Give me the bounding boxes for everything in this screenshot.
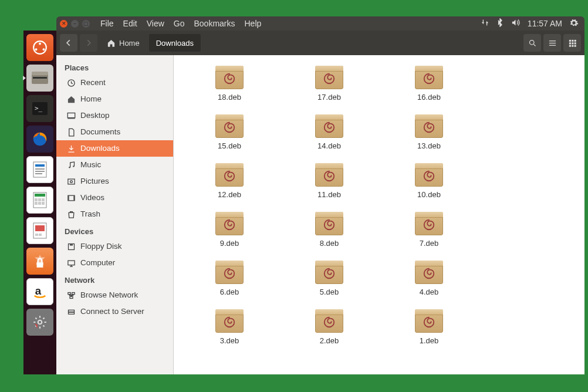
file-label: 18.deb xyxy=(218,93,241,102)
launcher-software[interactable] xyxy=(26,248,53,275)
file-item[interactable]: 3.deb xyxy=(185,309,273,345)
sidebar-header-devices: Devices xyxy=(56,222,173,238)
svg-rect-31 xyxy=(549,40,555,41)
bluetooth-icon[interactable] xyxy=(496,18,503,29)
launcher-files[interactable] xyxy=(26,65,53,92)
path-current[interactable]: Downloads xyxy=(149,34,201,52)
sidebar-item-desktop[interactable]: Desktop xyxy=(56,107,173,124)
svg-rect-32 xyxy=(549,42,555,43)
launcher-writer[interactable] xyxy=(26,156,53,183)
file-item[interactable]: 5.deb xyxy=(285,261,373,296)
menu-edit[interactable]: Edit xyxy=(119,19,142,28)
svg-point-1 xyxy=(39,43,41,45)
menu-file[interactable]: File xyxy=(96,19,119,28)
launcher-amazon[interactable]: a xyxy=(26,278,53,305)
path-home[interactable]: Home xyxy=(100,34,147,52)
svg-rect-51 xyxy=(68,195,69,201)
sidebar-item-trash[interactable]: Trash xyxy=(56,206,173,222)
svg-text:a: a xyxy=(35,285,42,297)
file-item[interactable]: 12.deb xyxy=(185,163,273,199)
deb-package-icon xyxy=(415,261,443,284)
svg-rect-54 xyxy=(70,244,73,245)
file-grid-area[interactable]: 18.deb17.deb16.deb15.deb14.deb13.deb12.d… xyxy=(174,55,584,374)
sidebar-item-computer[interactable]: Computer xyxy=(56,255,173,271)
file-item[interactable]: 2.deb xyxy=(285,309,373,345)
forward-button[interactable] xyxy=(80,34,97,52)
svg-rect-18 xyxy=(38,198,41,201)
svg-rect-40 xyxy=(569,45,570,46)
launcher-calc[interactable] xyxy=(26,187,53,214)
sidebar-item-documents[interactable]: Documents xyxy=(56,124,173,140)
svg-rect-57 xyxy=(72,292,75,294)
svg-rect-11 xyxy=(35,164,45,167)
menu-go[interactable]: Go xyxy=(169,19,190,28)
sidebar-item-connect-server[interactable]: Connect to Server xyxy=(56,303,173,320)
volume-icon[interactable] xyxy=(511,18,521,29)
file-item[interactable]: 15.deb xyxy=(185,114,273,150)
sidebar-item-music[interactable]: Music xyxy=(56,157,173,173)
menu-bookmarks[interactable]: Bookmarks xyxy=(189,19,239,28)
file-item[interactable]: 11.deb xyxy=(285,163,373,199)
back-button[interactable] xyxy=(60,34,77,52)
launcher-dash[interactable] xyxy=(26,34,53,61)
svg-point-3 xyxy=(43,48,45,50)
file-label: 16.deb xyxy=(417,93,441,102)
file-item[interactable]: 16.deb xyxy=(385,66,473,102)
gear-icon[interactable] xyxy=(569,18,579,29)
deb-package-icon xyxy=(315,261,343,284)
svg-rect-6 xyxy=(32,72,48,75)
sidebar-item-pictures[interactable]: Pictures xyxy=(56,173,173,190)
svg-rect-38 xyxy=(572,42,573,44)
svg-rect-13 xyxy=(35,171,45,172)
deb-package-icon xyxy=(315,66,343,89)
svg-point-2 xyxy=(35,48,38,50)
deb-package-icon xyxy=(215,114,244,138)
sidebar-item-downloads[interactable]: Downloads xyxy=(56,140,173,157)
deb-package-icon xyxy=(315,212,343,235)
window-maximize-button[interactable]: ▢ xyxy=(82,20,90,28)
file-item[interactable]: 10.deb xyxy=(385,163,473,199)
svg-rect-39 xyxy=(574,42,576,44)
svg-text:>_: >_ xyxy=(35,104,43,112)
sidebar-item-videos[interactable]: Videos xyxy=(56,190,173,206)
deb-package-icon xyxy=(415,163,443,187)
file-item[interactable]: 9.deb xyxy=(185,212,273,248)
file-item[interactable]: 4.deb xyxy=(385,261,473,296)
svg-rect-20 xyxy=(35,202,38,205)
sidebar-item-floppy[interactable]: Floppy Disk xyxy=(56,238,173,255)
menu-help[interactable]: Help xyxy=(240,19,266,28)
launcher-firefox[interactable] xyxy=(26,126,53,153)
network-icon[interactable] xyxy=(481,18,489,29)
sidebar-header-network: Network xyxy=(56,271,173,287)
file-label: 12.deb xyxy=(218,190,241,199)
deb-package-icon xyxy=(215,212,244,235)
sidebar: Places Recent Home Desktop Documents Dow… xyxy=(56,55,174,374)
deb-package-icon xyxy=(315,309,343,333)
sidebar-item-recent[interactable]: Recent xyxy=(56,75,173,91)
launcher-impress[interactable] xyxy=(26,217,53,244)
file-item[interactable]: 1.deb xyxy=(385,309,473,345)
file-manager: Places Recent Home Desktop Documents Dow… xyxy=(56,55,584,374)
menu-view[interactable]: View xyxy=(142,19,169,28)
grid-view-button[interactable] xyxy=(563,34,581,52)
window-minimize-button[interactable]: – xyxy=(71,20,79,28)
file-item[interactable]: 8.deb xyxy=(285,212,373,248)
svg-rect-37 xyxy=(569,42,570,44)
file-item[interactable]: 6.deb xyxy=(185,261,273,296)
file-item[interactable]: 14.deb xyxy=(285,114,373,150)
sidebar-item-browse-network[interactable]: Browse Network xyxy=(56,287,173,303)
unity-launcher: >_ a xyxy=(23,31,56,374)
file-item[interactable]: 18.deb xyxy=(185,66,273,102)
file-item[interactable]: 13.deb xyxy=(385,114,473,150)
clock[interactable]: 11:57 AM xyxy=(528,19,562,28)
sidebar-item-home[interactable]: Home xyxy=(56,91,173,107)
sidebar-header-places: Places xyxy=(56,59,173,75)
search-button[interactable] xyxy=(523,34,541,52)
file-item[interactable]: 17.deb xyxy=(285,66,373,102)
file-item[interactable]: 7.deb xyxy=(385,212,473,248)
launcher-settings[interactable] xyxy=(26,309,53,336)
launcher-terminal[interactable]: >_ xyxy=(26,95,53,122)
list-view-button[interactable] xyxy=(543,34,561,52)
path-home-label: Home xyxy=(119,39,140,48)
window-close-button[interactable]: ✕ xyxy=(60,20,67,28)
